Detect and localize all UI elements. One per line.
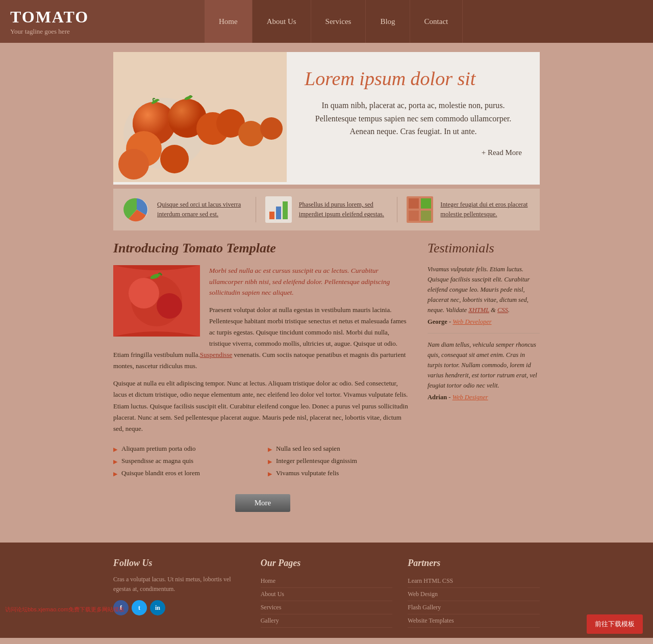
feature-text-2: Phasellus id purus lorem, sed imperdiet … [299, 200, 388, 219]
nav-contact[interactable]: Contact [410, 0, 463, 43]
nav-about[interactable]: About Us [253, 0, 311, 43]
testimonial-2: Nam diam tellus, vehicula semper rhoncus… [428, 340, 540, 401]
main-nav: Home About Us Services Blog Contact [204, 0, 653, 43]
bullet-icon: ▶ [268, 458, 272, 465]
bullet-item: ▶ Quisque blandit eros et lorem [113, 469, 258, 477]
footer-partner-3[interactable]: Flash Gallery [408, 601, 540, 614]
hero-text: In quam nibh, placerat ac, porta ac, mol… [305, 99, 522, 138]
watermark: 访问论坛bbs.xjemao.com免费下载更多网站模板 [5, 606, 124, 613]
feature-text-1: Quisque sed orci ut lacus viverra interd… [157, 200, 246, 219]
linkedin-icon[interactable]: in [150, 600, 165, 615]
bullet-item: ▶ Suspendisse ac magna quis [113, 457, 258, 465]
footer-partner-1[interactable]: Learn HTML CSS [408, 575, 540, 588]
twitter-icon[interactable]: t [132, 600, 147, 615]
hero-content: Lorem ipsum dolor sit In quam nibh, plac… [287, 52, 540, 185]
hero-image [113, 52, 287, 182]
left-column: Introducing Tomato Template Morbi sed nu… [113, 241, 412, 522]
svg-rect-18 [276, 207, 281, 219]
hero-section: Lorem ipsum dolor sit In quam nibh, plac… [113, 52, 540, 185]
bullet-icon: ▶ [113, 446, 117, 453]
logo-area: TOMATO Your tagline goes here [0, 0, 204, 43]
bullet-col-right: ▶ Nulla sed leo sed sapien ▶ Integer pel… [268, 445, 412, 481]
feature-item-2: Phasellus id purus lorem, sed imperdiet … [265, 196, 388, 223]
feature-text-3: Integer feugiat dui et eros placerat mol… [440, 200, 530, 219]
svg-point-10 [260, 117, 283, 140]
bullet-icon: ▶ [268, 446, 272, 453]
svg-rect-24 [421, 211, 431, 221]
more-button[interactable]: More [235, 494, 291, 512]
footer-inner: Follow Us Cras a volutpat lacus. Ut nisi… [113, 558, 540, 628]
hero-readmore-link[interactable]: + Read More [305, 148, 522, 157]
bullet-item: ▶ Integer pellentesque dignissim [268, 457, 412, 465]
svg-rect-21 [409, 198, 419, 209]
svg-rect-22 [421, 198, 431, 209]
feature-divider-2 [397, 197, 397, 222]
bullet-item: ▶ Vivamus vulputate felis [268, 469, 412, 477]
svg-rect-23 [409, 211, 419, 221]
grid-chart-icon [407, 196, 433, 223]
footer-partners: Partners Learn HTML CSS Web Design Flash… [408, 558, 540, 628]
svg-rect-19 [283, 201, 288, 219]
footer-pages: Our Pages Home About Us Services Gallery [261, 558, 393, 628]
bullet-col-left: ▶ Aliquam pretium porta odio ▶ Suspendis… [113, 445, 258, 481]
svg-point-27 [129, 278, 159, 308]
footer-pages-heading: Our Pages [261, 558, 393, 569]
right-column: Testimonials Vivamus vulputate felis. Et… [428, 241, 540, 522]
svg-point-11 [118, 149, 149, 179]
main-content: Introducing Tomato Template Morbi sed nu… [113, 241, 540, 537]
logo-tagline: Your tagline goes here [10, 28, 194, 36]
intro-link[interactable]: Suspendisse [200, 351, 233, 358]
svg-point-12 [160, 145, 189, 173]
pie-chart-icon [123, 196, 150, 223]
intro-heading: Introducing Tomato Template [113, 241, 412, 256]
footer-page-gallery[interactable]: Gallery [261, 614, 393, 628]
download-badge[interactable]: 前往下载模板 [587, 614, 643, 634]
bullet-icon: ▶ [113, 471, 117, 477]
bullet-lists: ▶ Aliquam pretium porta odio ▶ Suspendis… [113, 445, 412, 481]
intro-body2: Quisque at nulla eu elit adipiscing temp… [113, 378, 412, 434]
features-bar: Quisque sed orci ut lacus viverra interd… [113, 189, 540, 230]
feature-item-1: Quisque sed orci ut lacus viverra interd… [123, 196, 246, 223]
more-button-wrap: More [113, 494, 412, 512]
nav-blog[interactable]: Blog [366, 0, 410, 43]
testimonial-1-author: George - Web Developer [428, 318, 540, 326]
xhtml-link[interactable]: XHTML [468, 306, 489, 314]
feature-item-3: Integer feugiat dui et eros placerat mol… [407, 196, 530, 223]
logo-title: TOMATO [10, 8, 194, 27]
hero-heading: Lorem ipsum dolor sit [305, 67, 522, 90]
svg-rect-17 [269, 212, 274, 219]
footer-page-about[interactable]: About Us [261, 588, 393, 601]
footer-follow: Follow Us Cras a volutpat lacus. Ut nisi… [113, 558, 245, 628]
testimonial-1-text: Vivamus vulputate felis. Etiam luctus. Q… [428, 264, 540, 315]
footer-page-home[interactable]: Home [261, 575, 393, 588]
feature-divider-1 [256, 197, 256, 222]
bullet-item: ▶ Aliquam pretium porta odio [113, 445, 258, 453]
footer: Follow Us Cras a volutpat lacus. Ut nisi… [0, 543, 653, 638]
testimonial-2-author: Adrian - Web Designer [428, 394, 540, 401]
css-link[interactable]: CSS [497, 306, 508, 314]
footer-follow-text: Cras a volutpat lacus. Ut nisi metus, lo… [113, 575, 245, 594]
testimonial-divider [428, 333, 540, 333]
testimonials-heading: Testimonials [428, 241, 540, 256]
testimonial-1: Vivamus vulputate felis. Etiam luctus. Q… [428, 264, 540, 326]
social-icons: f t in [113, 600, 245, 615]
bar-chart-icon [265, 196, 292, 223]
footer-follow-heading: Follow Us [113, 558, 245, 569]
testimonial-1-role: Web Developer [453, 318, 491, 325]
nav-services[interactable]: Services [311, 0, 366, 43]
footer-partner-2[interactable]: Web Design [408, 588, 540, 601]
bullet-icon: ▶ [113, 458, 117, 465]
nav-home[interactable]: Home [204, 0, 253, 43]
svg-point-28 [157, 293, 182, 319]
bullet-item: ▶ Nulla sed leo sed sapien [268, 445, 412, 453]
bullet-icon: ▶ [268, 471, 272, 477]
footer-partner-4[interactable]: Website Templates [408, 614, 540, 628]
footer-partners-heading: Partners [408, 558, 540, 569]
svg-point-9 [238, 121, 264, 146]
testimonial-2-role: Web Designer [453, 394, 488, 401]
footer-page-services[interactable]: Services [261, 601, 393, 614]
testimonial-2-text: Nam diam tellus, vehicula semper rhoncus… [428, 340, 540, 391]
intro-image [113, 265, 200, 337]
